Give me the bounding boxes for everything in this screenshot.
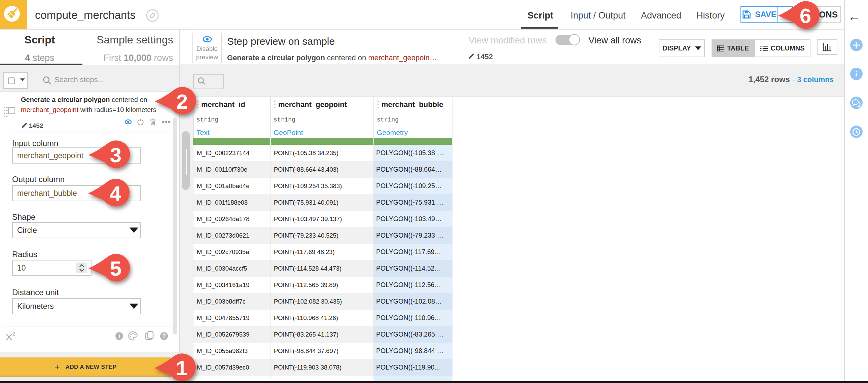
- svg-text:1: 1: [176, 356, 187, 380]
- svg-text:6: 6: [800, 4, 811, 27]
- svg-text:2: 2: [176, 90, 188, 113]
- svg-text:3: 3: [110, 143, 121, 167]
- svg-text:2: 2: [12, 331, 15, 336]
- svg-text:5: 5: [110, 257, 121, 280]
- svg-text:4: 4: [110, 182, 121, 205]
